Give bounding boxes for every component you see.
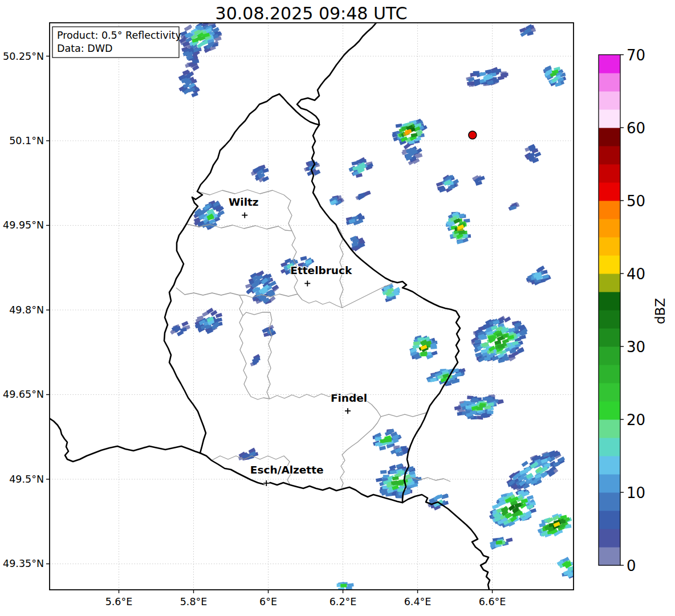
radar-echo — [193, 200, 225, 230]
colorbar-segment — [599, 91, 620, 110]
map-frame — [50, 23, 574, 590]
radar-echo — [538, 513, 572, 537]
colorbar-segment — [599, 310, 620, 329]
colorbar-segment — [599, 529, 620, 548]
radar-echo — [250, 354, 261, 366]
x-tick-label: 6.2°E — [330, 596, 357, 607]
country-border-line — [48, 418, 200, 462]
colorbar-segment — [599, 164, 620, 183]
city-label: Findel — [331, 392, 367, 404]
city-label: Ettelbruck — [290, 264, 352, 276]
country-border-line — [311, 125, 460, 503]
colorbar-segment — [599, 547, 620, 566]
country-border-line — [297, 23, 376, 125]
y-tick-label: 49.95°N — [3, 219, 44, 231]
colorbar-segment — [599, 201, 620, 219]
radar-echo — [178, 70, 200, 97]
country-border-line — [279, 94, 319, 125]
city-ettelbruck: Ettelbruck — [290, 264, 352, 286]
x-tick-label: 5.8°E — [180, 596, 208, 607]
colorbar-tick-label: 30 — [627, 338, 645, 356]
x-tick-label: 6°E — [259, 596, 277, 607]
city-label: Esch/Alzette — [250, 464, 324, 476]
colorbar-segment — [599, 438, 620, 456]
city-esch-alzette: Esch/Alzette — [250, 464, 324, 486]
radar-echoes — [170, 21, 575, 591]
colorbar-segment — [599, 401, 620, 420]
colorbar-segment — [599, 328, 620, 347]
radar-echo — [466, 67, 508, 87]
country-borders — [48, 23, 490, 590]
colorbar-segment — [599, 383, 620, 402]
colorbar-tick-label: 40 — [627, 266, 645, 283]
colorbar-segment — [599, 73, 620, 92]
colorbar-tick-label: 10 — [627, 484, 645, 501]
radar-echo — [506, 450, 565, 491]
radar-site-marker-icon — [469, 131, 477, 139]
radar-echo — [194, 308, 222, 334]
grid-lines — [50, 23, 574, 590]
colorbar-tick-label: 50 — [627, 193, 645, 210]
radar-echo — [350, 236, 365, 252]
district-boundary-line — [176, 288, 298, 297]
colorbar-segment — [599, 146, 620, 165]
radar-echo — [391, 446, 409, 457]
colorbar-segment — [599, 109, 620, 128]
colorbar-segment — [599, 237, 620, 256]
city-wiltz: Wiltz — [229, 196, 259, 218]
radar-echo — [330, 195, 344, 206]
y-tick-label: 49.35°N — [3, 558, 44, 569]
axis-ticks: 5.6°E5.8°E6°E6.2°E6.4°E6.6°E50.25°N50.1°… — [3, 51, 506, 607]
radar-echo — [454, 394, 504, 420]
district-boundary-line — [267, 312, 272, 399]
radar-echo — [490, 537, 513, 550]
colorbar-segment — [599, 128, 620, 146]
radar-echo — [526, 266, 551, 285]
y-tick-label: 50.1°N — [9, 135, 44, 146]
colorbar-segment — [599, 346, 620, 365]
radar-echo — [262, 325, 276, 337]
country-border-line — [402, 495, 490, 590]
radar-echo — [349, 157, 373, 178]
radar-echo — [519, 24, 536, 37]
radar-echo — [436, 175, 459, 193]
city-label: Wiltz — [229, 196, 259, 208]
radar-echo — [238, 447, 258, 460]
radar-echo — [489, 489, 536, 528]
radar-echo — [446, 212, 471, 244]
page-title: 30.08.2025 09:48 UTC — [215, 3, 408, 23]
radar-figure: 30.08.2025 09:48 UTC WiltzEttelbruckFind… — [0, 0, 675, 616]
city-markers: WiltzEttelbruckFindelEsch/Alzette — [229, 196, 367, 486]
info-box: Product: 0.5° Reflectivity Data: DWD — [52, 27, 181, 58]
radar-echo — [392, 119, 428, 146]
colorbar-segment — [599, 492, 620, 511]
y-tick-label: 49.8°N — [9, 304, 44, 316]
radar-echo — [557, 557, 576, 578]
map-canvas: 30.08.2025 09:48 UTC WiltzEttelbruckFind… — [0, 0, 675, 616]
colorbar-unit-label: dBZ — [653, 298, 668, 324]
radar-echo — [472, 175, 485, 186]
city-marker-cross-icon — [304, 280, 310, 286]
radar-echo — [524, 144, 541, 164]
colorbar-segment — [599, 511, 620, 529]
info-data-source-label: Data: DWD — [57, 43, 113, 54]
district-boundary-line — [381, 413, 427, 417]
city-findel: Findel — [331, 392, 367, 414]
city-marker-cross-icon — [242, 213, 247, 218]
colorbar-tick-label: 0 — [627, 557, 636, 574]
radar-echo — [170, 321, 190, 336]
colorbar-tick-label: 70 — [627, 47, 645, 64]
radar-echo — [376, 463, 422, 498]
radar-echo — [509, 202, 520, 210]
colorbar-segment — [599, 474, 620, 493]
radar-echo — [355, 191, 371, 201]
colorbar-tick-label: 20 — [627, 411, 645, 429]
colorbar-tick-label: 60 — [627, 120, 645, 137]
y-tick-label: 49.65°N — [3, 389, 44, 400]
y-tick-label: 49.5°N — [9, 474, 44, 485]
radar-site-dot — [469, 131, 477, 139]
country-border-line — [200, 453, 402, 503]
colorbar-segment — [599, 274, 620, 292]
colorbar-segment — [599, 55, 620, 74]
radar-echo — [251, 165, 269, 182]
